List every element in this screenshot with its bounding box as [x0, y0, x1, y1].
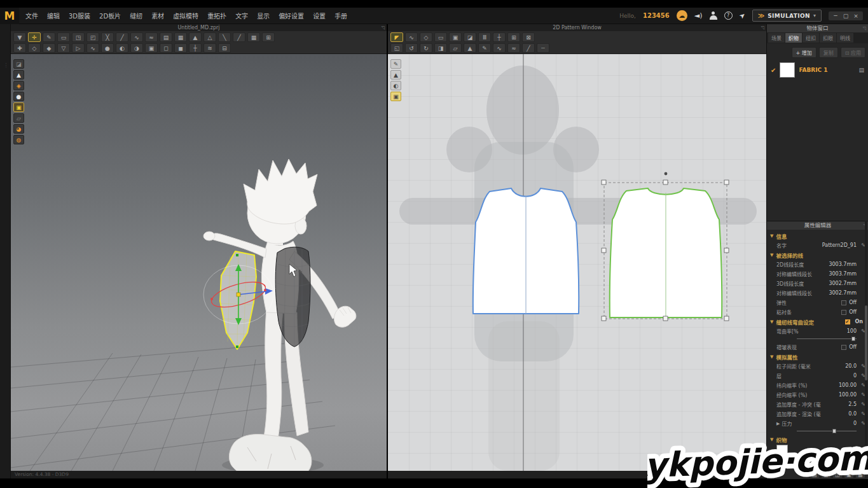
- tool3d-avatar-show[interactable]: ▲: [189, 32, 202, 42]
- checkbox-off[interactable]: [841, 345, 846, 350]
- tool3d-select-mesh[interactable]: ✎: [43, 32, 55, 42]
- tool2d-seam-angle[interactable]: ╱: [522, 43, 535, 53]
- checkbox-on[interactable]: ✔: [845, 319, 850, 324]
- tab-button[interactable]: 纽扣: [803, 33, 819, 43]
- tool3d-measure-tape[interactable]: ◻: [160, 43, 172, 53]
- menu-item[interactable]: 缝纫: [130, 11, 142, 20]
- toggle3d-show-paper[interactable]: ▱: [13, 113, 24, 123]
- tool2d-move-2d[interactable]: ◱: [390, 43, 403, 53]
- tool3d-pin-drag[interactable]: ◳: [72, 32, 85, 42]
- tool2d-add-point[interactable]: ◇: [420, 32, 432, 42]
- cloud-account-icon[interactable]: ☁: [677, 10, 687, 21]
- menu-item[interactable]: 素材: [151, 11, 164, 20]
- tool3d-edit-texture[interactable]: ▷: [72, 43, 85, 53]
- tool2d-rotate-ccw[interactable]: ↺: [405, 43, 418, 53]
- tab-topstitch[interactable]: 明线: [837, 33, 853, 43]
- tool3d-edit-curve[interactable]: ∿: [86, 43, 99, 53]
- toggle3d-show-mesh[interactable]: ▲: [13, 70, 24, 80]
- user-icon[interactable]: [710, 11, 717, 20]
- tab-buttonhole[interactable]: 扣眼: [820, 33, 836, 43]
- tool3d-move-pattern[interactable]: ✚: [13, 43, 26, 53]
- tool3d-avatar-size[interactable]: △: [203, 32, 216, 42]
- toggle3d-show-pattern[interactable]: ◈: [13, 81, 24, 90]
- toggle2d-brush[interactable]: ✎: [390, 59, 401, 69]
- tool3d-zipper[interactable]: ▣: [145, 43, 158, 53]
- tool3d-sewing-edit[interactable]: ╱: [116, 32, 128, 42]
- tool2d-sew-segment[interactable]: ≈: [507, 43, 520, 53]
- tab-scene[interactable]: 场景: [768, 33, 785, 43]
- tool3d-garment-pair[interactable]: ▦: [174, 32, 187, 42]
- tool3d-gravity[interactable]: ⊟: [218, 43, 231, 53]
- 3d-window-titlebar[interactable]: Untitled_MD.zprj ◹: [11, 24, 387, 31]
- pivot-point[interactable]: [665, 172, 668, 176]
- menu-item[interactable]: 显示: [257, 11, 270, 20]
- toggle3d-show-head[interactable]: ◕: [13, 124, 24, 134]
- tool3d-pin-box[interactable]: ◰: [86, 32, 99, 42]
- section-curve[interactable]: ▼缝纫线弯曲设定 ✔ On: [770, 317, 865, 326]
- tool2d-transform-pattern[interactable]: ◤: [390, 32, 403, 42]
- tool2d-circle[interactable]: ◪: [464, 32, 476, 42]
- menu-item[interactable]: 偏好设置: [279, 11, 304, 20]
- tool2d-rotate-cw[interactable]: ↻: [420, 43, 432, 53]
- toggle2d-info[interactable]: ◐: [390, 81, 401, 90]
- restore-button[interactable]: ▢: [841, 13, 850, 19]
- username-label[interactable]: 123456: [643, 12, 670, 19]
- help-icon[interactable]: ?: [724, 11, 733, 20]
- copy-fabric-button[interactable]: 复制: [819, 47, 838, 58]
- simulation-button[interactable]: ≫ SIMULATION ▾: [752, 10, 822, 22]
- property-scrollbar[interactable]: [865, 221, 867, 470]
- menu-item[interactable]: 手册: [334, 11, 347, 20]
- tool2d-grid-off[interactable]: ⊠: [522, 32, 535, 42]
- tool3d-sewing-free[interactable]: ∿: [130, 32, 143, 42]
- menu-item[interactable]: 虚拟模特: [173, 11, 198, 20]
- pressure-slider[interactable]: [797, 428, 857, 433]
- 2d-canvas[interactable]: [388, 54, 766, 471]
- tool3d-select-box[interactable]: ▭: [57, 32, 70, 42]
- check-icon[interactable]: ✔: [771, 67, 776, 74]
- section-selected-line[interactable]: ▼被选择的线: [770, 250, 865, 260]
- object-window-titlebar[interactable]: 物体窗口 ◹: [767, 24, 868, 32]
- tool3d-simulate[interactable]: ▼: [13, 32, 26, 42]
- tool3d-button[interactable]: ●: [101, 43, 114, 53]
- tool3d-fold-arrangement[interactable]: ◇: [28, 43, 41, 53]
- tab-fabric[interactable]: 织物: [785, 33, 802, 43]
- tool3d-pin-remove[interactable]: ╳: [101, 32, 114, 42]
- tool2d-edit-curve[interactable]: ∿: [405, 32, 418, 42]
- bird-icon[interactable]: ➤: [737, 11, 747, 21]
- toggle2d-show-garment[interactable]: ▲: [390, 70, 401, 80]
- tool2d-show-sewing[interactable]: ┄: [537, 43, 549, 53]
- toggle3d-show-world[interactable]: ◍: [13, 135, 24, 144]
- tool2d-sew-edit[interactable]: ✎: [478, 43, 491, 53]
- add-fabric-button[interactable]: + 增加: [792, 47, 816, 58]
- minimize-button[interactable]: ─: [831, 13, 840, 19]
- tool2d-flip[interactable]: ◨: [434, 43, 447, 53]
- tool3d-grid-world[interactable]: ⊞: [262, 32, 275, 42]
- selected-pattern-piece-2d[interactable]: [602, 172, 729, 321]
- tool2d-rectangle[interactable]: ▣: [449, 32, 462, 42]
- menu-item[interactable]: 文字: [235, 11, 248, 20]
- checkbox-off[interactable]: [841, 300, 846, 305]
- toggle3d-show-fabric[interactable]: ▣: [13, 102, 24, 112]
- 3d-viewport[interactable]: [11, 54, 387, 471]
- speaker-icon[interactable]: ◄): [694, 11, 703, 20]
- tool3d-grid-snap[interactable]: ▦: [247, 32, 260, 42]
- section-info[interactable]: ▼信息: [770, 231, 865, 241]
- property-editor-titlebar[interactable]: 属性编辑器 ◹: [767, 221, 868, 230]
- menu-item[interactable]: 3D服装: [69, 11, 90, 20]
- tool3d-select-move[interactable]: ✛: [28, 32, 41, 42]
- tool3d-sewing-segment[interactable]: ≈: [145, 32, 158, 42]
- tool2d-unfold[interactable]: ▱: [449, 43, 462, 53]
- apply-fabric-button[interactable]: ⊡ 应用: [841, 47, 865, 58]
- menu-item[interactable]: 2D板片: [99, 11, 121, 20]
- fabric-swatch[interactable]: [780, 62, 795, 78]
- tool3d-edit-seam[interactable]: ▽: [57, 43, 70, 53]
- tool3d-wind[interactable]: ≋: [203, 43, 216, 53]
- menu-item[interactable]: 设置: [313, 11, 326, 20]
- tool3d-flatten-garment[interactable]: ▤: [160, 32, 172, 42]
- menu-item[interactable]: 编辑: [47, 11, 60, 20]
- section-simulation[interactable]: ▼模拟属性: [770, 352, 865, 361]
- tool3d-tape-avatar[interactable]: ╲: [218, 32, 231, 42]
- tool2d-sew-free[interactable]: ∿: [493, 43, 506, 53]
- tool2d-polygon[interactable]: ▭: [434, 32, 447, 42]
- tool3d-tape-line[interactable]: ╱: [233, 32, 245, 42]
